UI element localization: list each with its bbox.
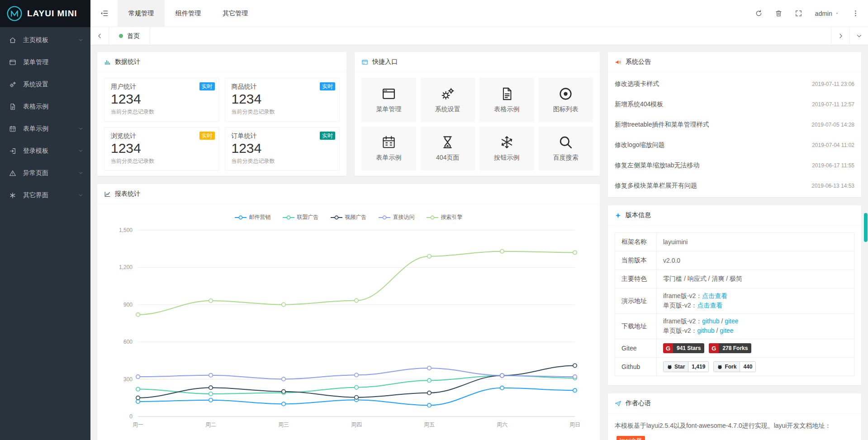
- sidebar-item-other[interactable]: 其它界面: [0, 184, 90, 206]
- sidebar-item-home[interactable]: 主页模板: [0, 29, 90, 51]
- sidebar-item-settings[interactable]: 系统设置: [0, 73, 90, 95]
- svg-text:周二: 周二: [205, 421, 216, 428]
- github-badge[interactable]: Star1,419: [663, 361, 709, 372]
- sidebar-item-error[interactable]: 异常页面: [0, 162, 90, 184]
- svg-text:1,200: 1,200: [119, 264, 133, 270]
- quick-entry-form[interactable]: 表单示例: [361, 127, 416, 171]
- quick-entry-grid: 菜单管理系统设置表格示例图标列表表单示例404页面按钮示例百度搜索: [355, 72, 600, 176]
- status-badge: 实时: [320, 82, 335, 90]
- sidebar-toggle-button[interactable]: [90, 0, 118, 27]
- version-link[interactable]: gitee: [720, 327, 733, 334]
- more-menu-button[interactable]: [845, 0, 865, 27]
- notice-item[interactable]: 新增系统404模板2019-07-11 12:57: [615, 94, 854, 114]
- version-link[interactable]: 点击查看: [702, 292, 727, 299]
- legend-item[interactable]: 联盟广告: [283, 213, 319, 221]
- refresh-button[interactable]: [749, 0, 769, 27]
- notice-card-header: 系统公告: [608, 52, 861, 72]
- fullscreen-button[interactable]: [789, 0, 809, 27]
- logo[interactable]: LAYUI MINI: [0, 0, 90, 27]
- sidebar-item-label: 其它界面: [23, 191, 78, 199]
- status-badge: 实时: [320, 132, 335, 140]
- version-link[interactable]: gitee: [725, 317, 738, 325]
- version-value-cell: layuimini: [657, 233, 854, 251]
- stat-label: 订单统计: [232, 132, 333, 140]
- quick-entry-menu[interactable]: 菜单管理: [361, 78, 416, 122]
- chevron-down-icon: [78, 126, 83, 131]
- legend-label: 搜索引擎: [441, 213, 463, 221]
- sidebar-item-table[interactable]: 表格示例: [0, 95, 90, 118]
- quick-entry-settings[interactable]: 系统设置: [421, 78, 475, 122]
- legend-item[interactable]: 搜索引擎: [427, 213, 463, 221]
- status-badge: 实时: [199, 82, 215, 90]
- search-icon: [558, 135, 573, 150]
- sidebar-item-label: 表单示例: [23, 125, 78, 133]
- version-card-header: 版本信息: [608, 205, 861, 226]
- version-link[interactable]: github: [697, 327, 714, 334]
- legend-item[interactable]: 视频广告: [331, 213, 367, 221]
- github-badge-count: 1,419: [688, 362, 708, 372]
- stat-box-user: 用户统计1234当前分类总记录数实时: [104, 78, 219, 122]
- tab-home[interactable]: 首页: [109, 27, 150, 45]
- user-menu[interactable]: admin: [809, 0, 845, 27]
- version-link[interactable]: 点击查看: [697, 302, 722, 309]
- svg-text:周一: 周一: [133, 421, 143, 428]
- header-tab-other[interactable]: 其它管理: [212, 0, 259, 27]
- gitee-badge[interactable]: G278 Forks: [709, 343, 751, 353]
- quick-entry-page404[interactable]: 404页面: [421, 127, 475, 171]
- legend-item[interactable]: 直接访问: [379, 213, 415, 221]
- report-card-header: 报表统计: [97, 184, 600, 204]
- sidebar-item-form[interactable]: 表单示例: [0, 118, 90, 140]
- stat-desc: 当前分类总记录数: [111, 157, 213, 165]
- github-badge[interactable]: Fork440: [713, 361, 756, 372]
- stat-box-orders: 订单统计1234当前分类总记录数实时: [225, 127, 340, 171]
- author-text: 本模板基于layui2.5.4以及font-awesome-4.7.0进行实现。…: [608, 414, 861, 440]
- version-card-title: 版本信息: [626, 211, 651, 219]
- quick-entry-table[interactable]: 表格示例: [479, 78, 534, 122]
- quick-entry-label: 表格示例: [494, 105, 519, 114]
- svg-text:900: 900: [123, 302, 133, 308]
- stats-icon: [104, 59, 111, 66]
- notice-item[interactable]: 新增treetable插件和菜单管理样式2019-07-05 14:28: [615, 114, 854, 135]
- author-card: 作者心语 本模板基于layui2.5.4以及font-awesome-4.7.0…: [608, 393, 861, 440]
- snowflake-icon: [499, 135, 514, 150]
- version-link[interactable]: github: [702, 317, 719, 325]
- header-tab-regular[interactable]: 常规管理: [118, 0, 165, 27]
- notice-item[interactable]: 修复左侧菜单缩放tab无法移动2019-06-17 11:55: [615, 155, 854, 175]
- version-line: 单页版-v2：github / gitee: [663, 327, 848, 335]
- layui-doc-badge[interactable]: layui文档: [617, 436, 645, 440]
- quick-card-title: 快捷入口: [372, 58, 398, 66]
- svg-text:周五: 周五: [424, 421, 435, 428]
- app-window: LAYUI MINI 主页模板菜单管理系统设置表格示例表单示例登录模板异常页面其…: [0, 0, 868, 440]
- chart-legend: 邮件营销联盟广告视频广告直接访问搜索引擎: [97, 204, 600, 226]
- notice-item[interactable]: 修改选项卡样式2019-07-11 23:06: [615, 74, 854, 94]
- sidebar-item-login[interactable]: 登录模板: [0, 140, 90, 162]
- quick-entry-icons[interactable]: 图标列表: [539, 78, 593, 122]
- sidebar-item-label: 系统设置: [23, 80, 83, 89]
- quick-entry-label: 百度搜索: [553, 154, 579, 162]
- paper-plane-icon: [615, 400, 621, 407]
- svg-text:0: 0: [129, 413, 133, 420]
- gitee-badge[interactable]: G941 Stars: [663, 343, 704, 353]
- sidebar-item-menu[interactable]: 菜单管理: [0, 51, 90, 73]
- header-tab-component[interactable]: 组件管理: [165, 0, 212, 27]
- version-label: Gitee: [615, 339, 657, 357]
- content-left-column: 数据统计 用户统计1234当前分类总记录数实时商品统计1234当前分类总记录数实…: [97, 52, 600, 433]
- more-vertical-icon: [852, 9, 859, 17]
- tab-scroll-right-button[interactable]: [831, 27, 849, 45]
- page-scrollbar-thumb[interactable]: [864, 213, 868, 242]
- notice-item[interactable]: 修复多模块菜单栏展开有问题2019-06-13 14:53: [615, 175, 854, 196]
- version-value-cell: 零门槛 / 响应式 / 清爽 / 极简: [657, 270, 854, 288]
- notice-item[interactable]: 修改logo缩放问题2019-07-04 11:02: [615, 135, 854, 155]
- quick-entry-card: 快捷入口 菜单管理系统设置表格示例图标列表表单示例404页面按钮示例百度搜索: [355, 52, 600, 176]
- quick-entry-button[interactable]: 按钮示例: [479, 127, 534, 171]
- tab-home-label: 首页: [127, 32, 140, 40]
- quick-entry-baidu[interactable]: 百度搜索: [539, 127, 593, 171]
- sidebar-item-label: 主页模板: [23, 36, 78, 44]
- clear-cache-button[interactable]: [769, 0, 789, 27]
- legend-item[interactable]: 邮件营销: [235, 213, 271, 221]
- top-header: 常规管理组件管理其它管理 admin: [90, 0, 868, 27]
- version-label: 演示地址: [615, 289, 657, 313]
- version-label: 下载地址: [615, 314, 657, 339]
- tab-scroll-left-button[interactable]: [90, 27, 109, 45]
- tab-operations-button[interactable]: [849, 27, 868, 45]
